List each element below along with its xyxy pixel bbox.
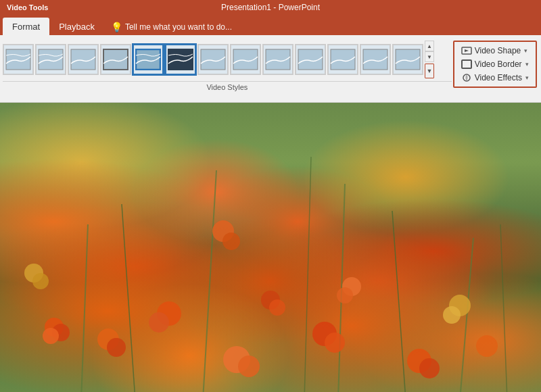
right-panel: Video Shape ▾ Video Border ▾ Video Effec…	[453, 41, 537, 88]
video-style-thumb-13[interactable]	[392, 44, 423, 75]
svg-point-37	[342, 277, 361, 296]
scroll-down-btn[interactable]: ▼	[425, 51, 434, 62]
svg-point-26	[43, 328, 59, 344]
video-shape-icon	[461, 45, 472, 56]
video-style-thumb-8[interactable]	[230, 44, 261, 75]
svg-point-30	[149, 312, 169, 333]
svg-point-27	[97, 328, 119, 350]
svg-line-16	[81, 224, 88, 392]
video-shape-label: Video Shape	[475, 46, 521, 55]
tell-me-box[interactable]: 💡 Tell me what you want to do...	[111, 22, 232, 32]
svg-line-23	[500, 224, 507, 392]
video-styles-section: ▲ ▼ ▼ Video Styles	[3, 38, 452, 94]
svg-point-40	[32, 273, 49, 289]
svg-line-22	[460, 238, 473, 392]
main-content	[0, 103, 541, 392]
video-effects-arrow: ▾	[525, 74, 529, 81]
svg-line-17	[122, 204, 135, 392]
svg-point-38	[337, 287, 353, 303]
stems-svg	[0, 103, 541, 392]
video-style-thumb-1[interactable]	[3, 44, 34, 75]
svg-point-24	[45, 318, 64, 337]
ribbon-tabs: Format Playback 💡 Tell me what you want …	[0, 15, 541, 35]
video-border-btn[interactable]: Video Border ▾	[458, 58, 532, 70]
video-border-arrow: ▾	[525, 61, 529, 68]
tell-me-label: Tell me what you want to do...	[125, 22, 232, 32]
video-shape-arrow: ▾	[524, 47, 527, 54]
svg-point-44	[419, 358, 440, 378]
ribbon-body: ▲ ▼ ▼ Video Styles Video Shape ▾ Video B…	[0, 35, 541, 103]
tell-me-icon: 💡	[111, 22, 122, 32]
video-border-icon	[461, 59, 472, 70]
svg-point-45	[476, 335, 498, 357]
title-bar: Video Tools Presentation1 - PowerPoint	[0, 0, 541, 15]
svg-line-20	[338, 184, 345, 392]
svg-point-29	[157, 301, 181, 326]
svg-point-46	[261, 291, 280, 310]
scroll-more-btn[interactable]: ▼	[425, 64, 434, 78]
video-style-thumb-5[interactable]	[133, 44, 164, 75]
tab-playback[interactable]: Playback	[49, 18, 104, 35]
video-effects-icon	[461, 72, 472, 83]
svg-point-43	[407, 349, 431, 373]
svg-point-41	[449, 295, 471, 316]
svg-rect-14	[462, 60, 471, 68]
svg-point-42	[443, 306, 461, 324]
video-style-thumb-9[interactable]	[262, 44, 293, 75]
flower-background	[0, 103, 541, 392]
window-title: Presentation1 - PowerPoint	[221, 3, 320, 12]
video-styles-label: Video Styles	[3, 81, 452, 94]
svg-point-34	[325, 333, 345, 353]
video-shape-btn[interactable]: Video Shape ▾	[458, 45, 532, 57]
svg-point-31	[223, 346, 250, 373]
video-tools-label: Video Tools	[7, 3, 48, 11]
video-style-thumb-6[interactable]	[165, 44, 196, 75]
video-style-thumb-10[interactable]	[295, 44, 326, 75]
svg-point-36	[222, 232, 240, 250]
svg-point-33	[312, 322, 337, 346]
video-style-thumb-3[interactable]	[68, 44, 99, 75]
svg-point-32	[238, 356, 260, 377]
svg-line-19	[304, 157, 311, 392]
scroll-up-btn[interactable]: ▲	[425, 41, 434, 51]
video-border-label: Video Border	[475, 59, 522, 69]
svg-point-35	[212, 220, 234, 242]
svg-line-18	[203, 170, 216, 392]
video-effects-label: Video Effects	[475, 73, 522, 82]
svg-line-21	[392, 211, 406, 392]
video-effects-btn[interactable]: Video Effects ▾	[458, 72, 532, 84]
video-style-thumb-4[interactable]	[100, 44, 131, 75]
svg-point-39	[24, 264, 43, 283]
scroll-col: ▲ ▼ ▼	[425, 41, 434, 78]
svg-point-25	[52, 324, 70, 341]
thumbnails-row: ▲ ▼ ▼	[3, 38, 452, 80]
svg-point-28	[107, 338, 126, 357]
video-style-thumb-7[interactable]	[197, 44, 229, 75]
video-style-thumb-11[interactable]	[327, 44, 358, 75]
svg-point-47	[269, 299, 285, 316]
tab-format[interactable]: Format	[3, 18, 49, 35]
video-style-thumb-12[interactable]	[360, 44, 391, 75]
video-style-thumb-2[interactable]	[35, 44, 66, 75]
